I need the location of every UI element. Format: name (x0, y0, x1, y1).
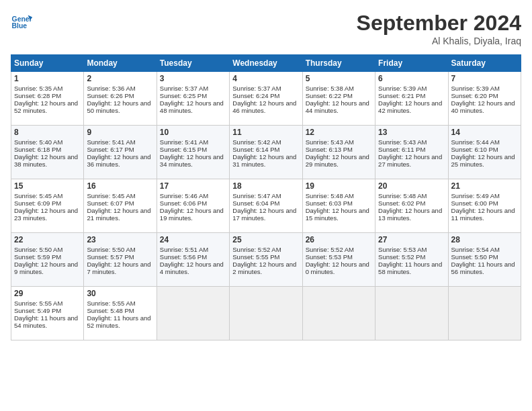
day-number: 24 (160, 235, 226, 244)
daylight: Daylight: 12 hours and 21 minutes. (87, 207, 150, 222)
day-number: 11 (232, 128, 299, 137)
daylight: Daylight: 11 hours and 54 minutes. (14, 314, 78, 329)
daylight: Daylight: 12 hours and 40 minutes. (451, 99, 515, 114)
sunrise: Sunrise: 5:41 AM (87, 138, 135, 146)
sunset: Sunset: 6:14 PM (232, 146, 279, 153)
daylight: Daylight: 12 hours and 4 minutes. (160, 261, 224, 275)
table-row: 4 Sunrise: 5:37 AM Sunset: 6:24 PM Dayli… (230, 72, 302, 126)
daylight: Daylight: 12 hours and 19 minutes. (160, 207, 224, 222)
sunrise: Sunrise: 5:44 AM (451, 138, 500, 146)
sunrise: Sunrise: 5:55 AM (87, 300, 135, 307)
sunset: Sunset: 6:24 PM (232, 92, 279, 99)
sunset: Sunset: 6:09 PM (14, 199, 61, 207)
day-number: 20 (378, 181, 445, 191)
daylight: Daylight: 12 hours and 2 minutes. (232, 261, 296, 275)
calendar-table: Sunday Monday Tuesday Wednesday Thursday… (11, 54, 521, 340)
sunset: Sunset: 6:28 PM (14, 92, 61, 99)
day-number: 21 (451, 181, 518, 191)
sunset: Sunset: 6:00 PM (451, 199, 498, 207)
logo: General Blue General Blue (11, 11, 32, 32)
daylight: Daylight: 12 hours and 34 minutes. (160, 153, 224, 168)
sunrise: Sunrise: 5:55 AM (14, 300, 62, 307)
sunrise: Sunrise: 5:37 AM (160, 85, 208, 92)
sunset: Sunset: 6:06 PM (160, 199, 207, 207)
daylight: Daylight: 12 hours and 0 minutes. (306, 261, 369, 275)
page-header: General Blue General Blue September 2024… (11, 11, 521, 46)
sunrise: Sunrise: 5:51 AM (160, 246, 208, 253)
logo-icon: General Blue (11, 11, 32, 32)
day-number: 2 (87, 74, 153, 83)
col-saturday: Saturday (448, 55, 521, 72)
sunrise: Sunrise: 5:39 AM (378, 85, 427, 92)
col-wednesday: Wednesday (230, 55, 302, 72)
day-number: 27 (378, 235, 445, 244)
daylight: Daylight: 12 hours and 48 minutes. (160, 99, 224, 114)
sunrise: Sunrise: 5:36 AM (87, 85, 135, 92)
daylight: Daylight: 12 hours and 52 minutes. (14, 99, 78, 114)
sunrise: Sunrise: 5:41 AM (160, 138, 208, 146)
sunset: Sunset: 6:04 PM (232, 199, 279, 207)
sunset: Sunset: 6:18 PM (14, 146, 61, 153)
day-number: 4 (232, 74, 299, 83)
daylight: Daylight: 12 hours and 50 minutes. (87, 99, 150, 114)
sunset: Sunset: 6:07 PM (87, 199, 134, 207)
table-row: 5 Sunrise: 5:38 AM Sunset: 6:22 PM Dayli… (302, 72, 375, 126)
header-row: Sunday Monday Tuesday Wednesday Thursday… (11, 55, 521, 72)
daylight: Daylight: 11 hours and 56 minutes. (451, 261, 515, 275)
sunset: Sunset: 5:55 PM (232, 253, 279, 261)
daylight: Daylight: 12 hours and 17 minutes. (232, 207, 296, 222)
week-row: 1 Sunrise: 5:35 AM Sunset: 6:28 PM Dayli… (11, 72, 521, 126)
day-number: 18 (232, 181, 299, 191)
sunrise: Sunrise: 5:54 AM (451, 246, 500, 253)
daylight: Daylight: 12 hours and 31 minutes. (232, 153, 296, 168)
day-number: 30 (87, 289, 153, 298)
table-row: 18 Sunrise: 5:47 AM Sunset: 6:04 PM Dayl… (230, 179, 302, 233)
daylight: Daylight: 11 hours and 52 minutes. (87, 314, 150, 329)
sunrise: Sunrise: 5:39 AM (451, 85, 500, 92)
sunrise: Sunrise: 5:43 AM (306, 138, 354, 146)
daylight: Daylight: 12 hours and 42 minutes. (378, 99, 442, 114)
week-row: 15 Sunrise: 5:45 AM Sunset: 6:09 PM Dayl… (11, 179, 521, 233)
daylight: Daylight: 12 hours and 27 minutes. (378, 153, 442, 168)
table-row: 28 Sunrise: 5:54 AM Sunset: 5:50 PM Dayl… (448, 233, 521, 287)
sunset: Sunset: 5:53 PM (306, 253, 353, 261)
daylight: Daylight: 12 hours and 11 minutes. (451, 207, 515, 222)
daylight: Daylight: 12 hours and 29 minutes. (306, 153, 369, 168)
sunset: Sunset: 6:26 PM (87, 92, 134, 99)
daylight: Daylight: 12 hours and 36 minutes. (87, 153, 150, 168)
week-row: 22 Sunrise: 5:50 AM Sunset: 5:59 PM Dayl… (11, 233, 521, 287)
table-row: 11 Sunrise: 5:42 AM Sunset: 6:14 PM Dayl… (230, 126, 302, 179)
table-row: 15 Sunrise: 5:45 AM Sunset: 6:09 PM Dayl… (11, 179, 84, 233)
empty-cell (448, 287, 521, 340)
table-row: 29 Sunrise: 5:55 AM Sunset: 5:49 PM Dayl… (11, 287, 84, 340)
sunset: Sunset: 6:03 PM (306, 199, 353, 207)
sunrise: Sunrise: 5:45 AM (14, 192, 62, 199)
empty-cell (230, 287, 302, 340)
day-number: 17 (160, 181, 226, 191)
sunset: Sunset: 6:15 PM (160, 146, 207, 153)
sunset: Sunset: 5:50 PM (451, 253, 498, 261)
sunrise: Sunrise: 5:45 AM (87, 192, 135, 199)
table-row: 22 Sunrise: 5:50 AM Sunset: 5:59 PM Dayl… (11, 233, 84, 287)
empty-cell (157, 287, 229, 340)
sunrise: Sunrise: 5:42 AM (232, 138, 281, 146)
table-row: 16 Sunrise: 5:45 AM Sunset: 6:07 PM Dayl… (84, 179, 157, 233)
daylight: Daylight: 12 hours and 9 minutes. (14, 261, 78, 275)
col-friday: Friday (375, 55, 448, 72)
daylight: Daylight: 12 hours and 46 minutes. (232, 99, 296, 114)
day-number: 22 (14, 235, 81, 244)
daylight: Daylight: 12 hours and 38 minutes. (14, 153, 78, 168)
sunset: Sunset: 6:02 PM (378, 199, 425, 207)
sunset: Sunset: 5:48 PM (87, 307, 134, 314)
day-number: 9 (87, 128, 153, 137)
day-number: 19 (306, 181, 372, 191)
sunset: Sunset: 5:56 PM (160, 253, 207, 261)
table-row: 21 Sunrise: 5:49 AM Sunset: 6:00 PM Dayl… (448, 179, 521, 233)
sunrise: Sunrise: 5:50 AM (87, 246, 135, 253)
sunset: Sunset: 6:20 PM (451, 92, 498, 99)
day-number: 6 (378, 74, 445, 83)
table-row: 3 Sunrise: 5:37 AM Sunset: 6:25 PM Dayli… (157, 72, 229, 126)
sunset: Sunset: 6:21 PM (378, 92, 425, 99)
col-tuesday: Tuesday (157, 55, 229, 72)
daylight: Daylight: 12 hours and 44 minutes. (306, 99, 369, 114)
